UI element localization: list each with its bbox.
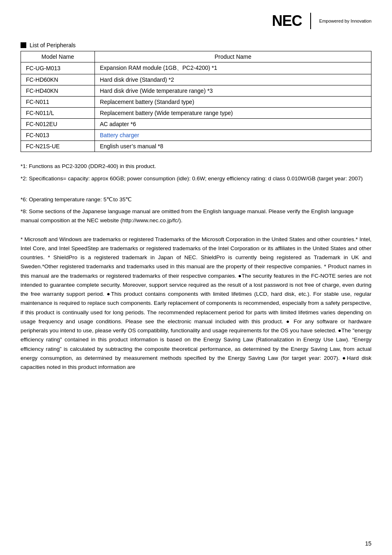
note-6: *6: Operating temperature range: 5℃to 35…: [21, 195, 371, 204]
table-row: FC-HD40KNHard disk drive (Wide temperatu…: [21, 85, 371, 97]
table-row: FC-HD60KNHard disk drive (Standard) *2: [21, 74, 371, 85]
heading-square-icon: [21, 42, 26, 48]
table-row: FC-N012EUAC adapter *6: [21, 119, 371, 130]
table-row: FC-N011/LReplacement battery (Wide tempe…: [21, 108, 371, 119]
table-row: FC-N013Battery charger: [21, 130, 371, 141]
note-2: *2: Specifications= capacity: approx 60G…: [21, 174, 371, 183]
product-cell: English user’s manual *8: [95, 141, 371, 152]
product-cell: Expansion RAM module (1GB、PC2-4200) *1: [95, 62, 371, 74]
table-row: FC-N21S-UEEnglish user’s manual *8: [21, 141, 371, 152]
product-cell: Battery charger: [95, 130, 371, 141]
page-number: 15: [365, 540, 371, 547]
notes-section: *1: Functions as PC2-3200 (DDR2-400) in …: [21, 162, 371, 225]
logo-area: NEC Empowered by Innovation: [272, 12, 371, 30]
legal-section: * Microsoft and Windows are trademarks o…: [21, 235, 371, 372]
battery-charger-link[interactable]: Battery charger: [100, 132, 139, 138]
logo-divider: [310, 13, 311, 29]
product-cell: Hard disk drive (Wide temperature range)…: [95, 85, 371, 97]
page-header: NEC Empowered by Innovation: [21, 12, 371, 30]
product-cell: AC adapter *6: [95, 119, 371, 130]
product-cell: Hard disk drive (Standard) *2: [95, 74, 371, 85]
section-title: List of Peripherals: [30, 42, 76, 48]
peripherals-table: Model Name Product Name FC-UG-M013Expans…: [21, 51, 371, 152]
model-cell: FC-UG-M013: [21, 62, 95, 74]
section-heading: List of Peripherals: [21, 42, 371, 48]
model-cell: FC-HD60KN: [21, 74, 95, 85]
product-cell: Replacement battery (Standard type): [95, 97, 371, 108]
col-model-name: Model Name: [21, 51, 95, 62]
table-row: FC-UG-M013Expansion RAM module (1GB、PC2-…: [21, 62, 371, 74]
model-cell: FC-N011: [21, 97, 95, 108]
model-cell: FC-N011/L: [21, 108, 95, 119]
model-cell: FC-N012EU: [21, 119, 95, 130]
nec-logo: NEC: [272, 12, 302, 30]
table-header-row: Model Name Product Name: [21, 51, 371, 62]
model-cell: FC-HD40KN: [21, 85, 95, 97]
table-row: FC-N011Replacement battery (Standard typ…: [21, 97, 371, 108]
model-cell: FC-N21S-UE: [21, 141, 95, 152]
col-product-name: Product Name: [95, 51, 371, 62]
model-cell: FC-N013: [21, 130, 95, 141]
product-cell: Replacement battery (Wide temperature ra…: [95, 108, 371, 119]
note-8: *8: Some sections of the Japanese langua…: [21, 207, 371, 225]
tagline: Empowered by Innovation: [319, 18, 371, 24]
note-1: *1: Functions as PC2-3200 (DDR2-400) in …: [21, 162, 371, 171]
